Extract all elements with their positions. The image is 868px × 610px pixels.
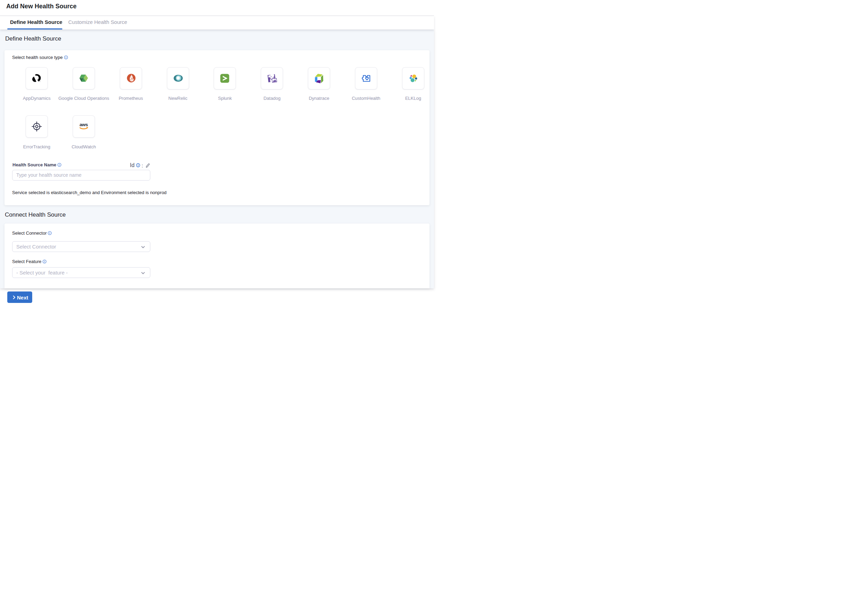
svg-text:aws: aws <box>79 122 88 127</box>
